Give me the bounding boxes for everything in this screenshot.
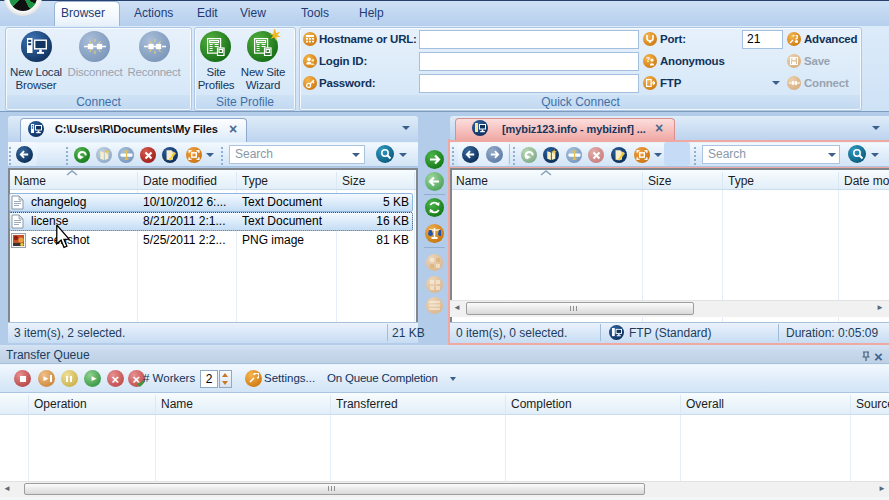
svg-text:?: ? bbox=[646, 56, 650, 63]
